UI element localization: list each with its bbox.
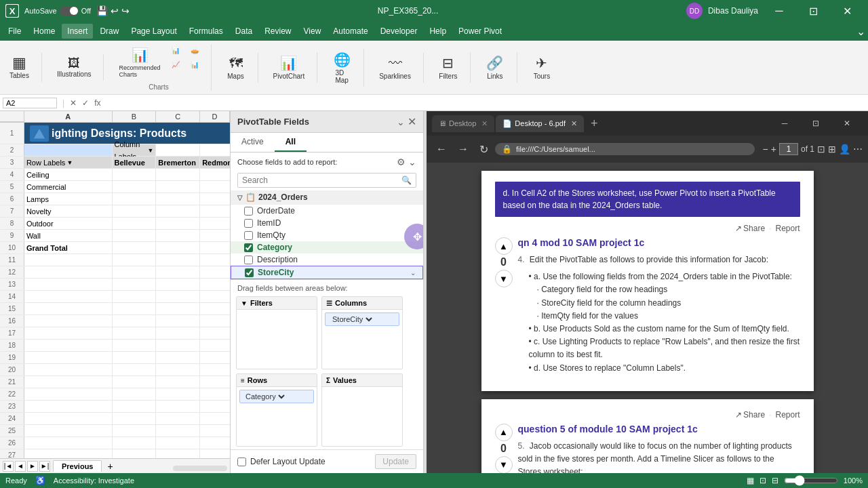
pivotchart-button[interactable]: 📊 PivotChart: [269, 52, 309, 83]
field-checkbox-description[interactable]: [244, 256, 253, 264]
field-checkbox-storecity[interactable]: [245, 268, 254, 277]
col-header-C[interactable]: C: [156, 111, 200, 122]
rows-category-select[interactable]: Category: [243, 392, 287, 401]
col-header-D[interactable]: D: [200, 111, 230, 122]
cell-b2[interactable]: Column Labels ▼: [113, 144, 157, 156]
menu-help[interactable]: Help: [424, 24, 452, 39]
columns-storecity-tag[interactable]: StoreCity: [325, 312, 399, 326]
pivot-collapse-button[interactable]: ⌄: [397, 117, 405, 127]
col-header-A[interactable]: A: [24, 111, 113, 122]
upvote-btn-2[interactable]: ▲: [495, 424, 513, 441]
menu-file[interactable]: File: [3, 24, 26, 39]
view-normal-icon[interactable]: ▦: [747, 476, 754, 485]
function-icon[interactable]: fx: [94, 98, 100, 108]
cell-empty[interactable]: [24, 352, 113, 363]
sheet-nav-next[interactable]: ►: [27, 461, 38, 472]
columns-storecity-select[interactable]: StoreCity: [330, 314, 374, 324]
cell-empty[interactable]: [24, 401, 113, 412]
pivot-expand-icon[interactable]: ⌄: [408, 157, 416, 167]
filter-dropdown-icon[interactable]: ▼: [147, 144, 153, 157]
cell-empty[interactable]: [24, 376, 113, 388]
col-header-B[interactable]: B: [113, 111, 157, 122]
cell-a10-grand-total[interactable]: Grand Total: [24, 242, 113, 253]
tours-button[interactable]: ✈ Tours: [528, 52, 555, 83]
illustrations-button[interactable]: 🖼 Illustrations: [53, 54, 96, 81]
pdf-page-input[interactable]: [779, 143, 798, 155]
pdf-fit-btn[interactable]: ⊡: [817, 144, 825, 155]
downvote-btn-1[interactable]: ▼: [495, 270, 513, 287]
cell-empty[interactable]: [24, 413, 113, 424]
cell-empty[interactable]: [24, 340, 113, 351]
zoom-slider[interactable]: [784, 475, 838, 486]
cell-c3-bremerton[interactable]: Bremerton: [156, 157, 200, 168]
menu-view[interactable]: View: [298, 24, 327, 39]
field-checkbox-category[interactable]: [244, 243, 253, 252]
cell-a3-row-labels[interactable]: Row Labels ▼: [24, 157, 113, 168]
field-checkbox-itemqty[interactable]: [244, 231, 253, 240]
browser-account-btn[interactable]: 👤: [839, 144, 850, 155]
view-layout-icon[interactable]: ⊡: [760, 476, 766, 485]
undo-icon[interactable]: ↩: [111, 5, 119, 16]
field-item-description[interactable]: Description: [231, 253, 423, 266]
columns-area-content[interactable]: StoreCity: [322, 310, 402, 329]
field-item-orderdate[interactable]: OrderDate: [231, 205, 423, 217]
field-checkbox-itemid[interactable]: [244, 219, 253, 228]
field-group-header[interactable]: ▽ 📋 2024_Orders: [231, 190, 423, 205]
restore-button[interactable]: ⊡: [797, 0, 829, 22]
formula-input[interactable]: [103, 99, 865, 107]
browser-tab-pdf-close[interactable]: ✕: [571, 119, 577, 128]
report-button-2[interactable]: Report: [775, 410, 800, 420]
maps-button[interactable]: 🗺 Maps: [222, 53, 250, 83]
cell-empty[interactable]: [24, 388, 113, 400]
pie-chart-button[interactable]: 🥧: [186, 44, 203, 57]
field-item-category[interactable]: Category: [231, 241, 423, 253]
field-checkbox-orderdate[interactable]: [244, 207, 253, 216]
defer-checkbox[interactable]: [237, 458, 246, 466]
cell-empty[interactable]: [24, 291, 113, 302]
browser-restore-btn[interactable]: ⊡: [800, 113, 831, 134]
share-button-1[interactable]: ↗ Share: [735, 224, 765, 233]
cell-empty[interactable]: [24, 449, 113, 458]
menu-data[interactable]: Data: [230, 24, 258, 39]
cell-a4[interactable]: Ceiling: [24, 169, 113, 180]
minimize-button[interactable]: ─: [764, 0, 795, 22]
bar-chart-button[interactable]: 📊: [186, 58, 203, 71]
pivot-close-button[interactable]: ✕: [408, 115, 416, 128]
rows-category-tag[interactable]: Category: [239, 390, 314, 403]
browser-refresh-btn[interactable]: ↻: [475, 140, 492, 159]
cancel-icon[interactable]: ✕: [70, 98, 77, 108]
pivot-tab-active[interactable]: Active: [231, 133, 275, 152]
browser-extensions-btn[interactable]: ⊞: [828, 144, 836, 155]
field-item-itemqty[interactable]: ItemQty ✥: [231, 229, 423, 241]
browser-minimize-btn[interactable]: ─: [769, 113, 800, 134]
row-labels-dropdown-icon[interactable]: ▼: [66, 157, 73, 169]
recommended-charts-button[interactable]: 📊 RecommendedCharts: [115, 44, 164, 81]
browser-url-bar[interactable]: 🔒 file:///C:/Users/samuel...: [495, 143, 755, 155]
cell-a8[interactable]: Outdoor: [24, 218, 113, 229]
sheet-tab-previous[interactable]: Previous: [53, 460, 102, 472]
values-area-content[interactable]: [322, 387, 402, 414]
menu-developer[interactable]: Developer: [375, 24, 423, 39]
cell-empty[interactable]: [24, 254, 113, 266]
report-button-1[interactable]: Report: [775, 224, 800, 233]
pivot-tab-all[interactable]: All: [275, 133, 307, 152]
cell-empty[interactable]: [24, 327, 113, 339]
sheet-nav-first[interactable]: |◄: [3, 461, 14, 472]
cell-empty[interactable]: [24, 425, 113, 436]
name-box[interactable]: [3, 98, 57, 108]
pivot-settings-icon[interactable]: ⚙: [397, 157, 406, 167]
cell-empty[interactable]: [24, 303, 113, 314]
menu-power-pivot[interactable]: Power Pivot: [453, 24, 507, 39]
ribbon-collapse-icon[interactable]: ⌄: [856, 25, 865, 38]
browser-close-btn[interactable]: ✕: [831, 113, 863, 134]
cell-a7[interactable]: Novelty: [24, 205, 113, 217]
browser-back-btn[interactable]: ←: [432, 140, 451, 158]
close-button[interactable]: ✕: [831, 0, 863, 22]
sheet-nav-last[interactable]: ►|: [39, 461, 50, 472]
cell-empty[interactable]: [24, 266, 113, 278]
cell-empty[interactable]: [24, 279, 113, 290]
cell-d3-redmond[interactable]: Redmond: [200, 157, 230, 168]
menu-formulas[interactable]: Formulas: [184, 24, 229, 39]
3dmap-button[interactable]: 🌐 3DMap: [328, 49, 355, 87]
browser-tab-pdf[interactable]: 📄 Desktop - 6.pdf ✕: [496, 115, 584, 132]
